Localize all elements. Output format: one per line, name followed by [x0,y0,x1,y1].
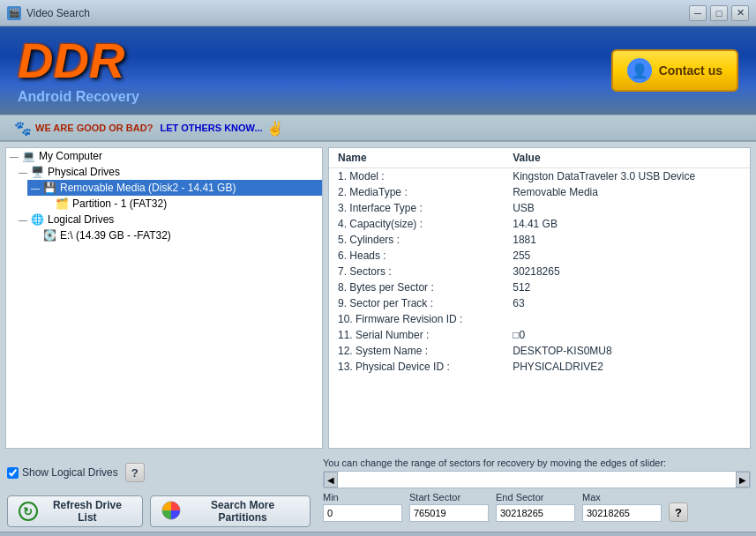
physical-drives-icon: 🖥️ [31,166,44,178]
table-row: 2. MediaType : Removable Media [329,184,750,200]
tree-logical-drive-item[interactable]: 💽 E:\ (14.39 GB - -FAT32) [40,227,322,243]
end-sector-field: End Sector [496,492,575,522]
table-row: 6. Heads : 255 [329,248,750,264]
prop-name: 13. Physical Device ID : [329,359,504,375]
end-sector-input[interactable] [496,504,575,522]
prop-value: PHYSICALDRIVE2 [504,359,750,375]
prop-value: USB [504,200,750,216]
prop-value: 512 [504,279,750,295]
search-partitions-button[interactable]: Search More Partitions [150,495,311,527]
start-sector-input[interactable] [409,504,489,522]
drive-tree-panel: — 💻 My Computer — 🖥️ Physical Drives — 💾… [5,147,323,449]
prop-value [504,311,750,327]
contact-icon: 👤 [627,58,652,83]
properties-panel: Name Value 1. Model : Kingston DataTrave… [328,147,751,449]
banner-text-2: LET OTHERS KNOW... [160,123,262,133]
table-row: 4. Capacity(size) : 14.41 GB [329,216,750,232]
contact-button[interactable]: 👤 Contact us [611,49,738,92]
prop-value: Removable Media [504,184,750,200]
slider-help-button[interactable]: ? [669,502,688,522]
banner-left-icon: 🐾 [14,120,32,137]
computer-icon: 💻 [22,150,35,162]
app-icon: 🎬 [7,6,21,20]
table-row: 1. Model : Kingston DataTraveler 3.0 USB… [329,168,750,185]
slider-left-arrow[interactable]: ◀ [324,472,338,488]
slider-fields: Min Start Sector End Sector Max ? [323,492,751,522]
slider-description: You can change the range of sectors for … [323,458,751,468]
prop-name: 1. Model : [329,168,504,185]
prop-name: 9. Sector per Track : [329,295,504,311]
prop-value: 1881 [504,232,750,248]
close-button[interactable]: ✕ [731,5,749,21]
window-title: Video Search [26,7,689,19]
prop-name: 4. Capacity(size) : [329,216,504,232]
help-button[interactable]: ? [125,463,145,482]
prop-name: 10. Firmware Revision ID : [329,311,504,327]
tree-selected-drive[interactable]: — 💾 Removable Media (Disk2 - 14.41 GB) [27,180,322,196]
max-label: Max [582,492,662,502]
slider-right-arrow[interactable]: ▶ [736,472,750,488]
min-input[interactable] [323,504,402,522]
expand-icon-ld: — [19,215,27,225]
prop-name: 6. Heads : [329,248,504,264]
table-row: 7. Sectors : 30218265 [329,264,750,279]
prop-value: DESKTOP-KIS0MU8 [504,343,750,359]
refresh-drive-button[interactable]: ↻ Refresh Drive List [7,495,143,527]
logo-text: DDR [18,36,139,86]
window-controls: ─ □ ✕ [689,5,749,21]
prop-name: 12. System Name : [329,343,504,359]
prop-name: 3. Interface Type : [329,200,504,216]
banner-bar: 🐾 WE ARE GOOD OR BAD? LET OTHERS KNOW...… [0,115,756,141]
partition-icon: 🗂️ [56,197,69,210]
bottom-right-slider: You can change the range of sectors for … [318,454,756,532]
pie-chart-icon [161,501,181,523]
show-logical-checkbox[interactable] [7,467,19,479]
bottom-left-controls: Show Logical Drives ? ↻ Refresh Drive Li… [0,454,318,532]
maximize-button[interactable]: □ [710,5,728,21]
end-sector-label: End Sector [496,492,575,502]
prop-name: 11. Serial Number : [329,327,504,343]
min-field: Min [323,492,402,522]
table-row: 11. Serial Number : □0 [329,327,750,343]
logical-drive-icon: 💽 [43,229,56,242]
prop-name: 5. Cylinders : [329,232,504,248]
prop-name: 2. MediaType : [329,184,504,200]
table-row: 13. Physical Device ID : PHYSICALDRIVE2 [329,359,750,375]
prop-value: □0 [504,327,750,343]
table-row: 12. System Name : DESKTOP-KIS0MU8 [329,343,750,359]
tree-physical-drives[interactable]: — 🖥️ Physical Drives [15,164,322,180]
tree-root[interactable]: — 💻 My Computer [6,148,322,164]
slider-track[interactable]: ◀ ▶ [323,471,751,488]
main-content: — 💻 My Computer — 🖥️ Physical Drives — 💾… [0,141,756,454]
table-row: 5. Cylinders : 1881 [329,232,750,248]
prop-name: 8. Bytes per Sector : [329,279,504,295]
table-row: 10. Firmware Revision ID : [329,311,750,327]
prop-value: 255 [504,248,750,264]
properties-table: Name Value 1. Model : Kingston DataTrave… [329,148,750,375]
status-bar: i Select the Drive (from which you want … [0,532,756,536]
show-logical-label[interactable]: Show Logical Drives [7,466,118,479]
removable-drive-icon: 💾 [43,182,56,194]
logical-drives-icon: 🌐 [31,213,44,226]
min-label: Min [323,492,402,502]
table-row: 3. Interface Type : USB [329,200,750,216]
expand-icon-pd: — [19,168,27,177]
prop-value: 30218265 [504,264,750,279]
expand-icon: — [10,152,19,161]
table-row: 9. Sector per Track : 63 [329,295,750,311]
header-branding: DDR Android Recovery [18,36,139,105]
tree-logical-drives[interactable]: — 🌐 Logical Drives [15,212,322,227]
max-input[interactable] [582,504,662,522]
tree-partition[interactable]: 🗂️ Partition - 1 (FAT32) [52,196,322,212]
start-sector-field: Start Sector [409,492,489,522]
refresh-icon: ↻ [19,502,38,521]
col-value-header: Value [504,148,750,168]
minimize-button[interactable]: ─ [689,5,707,21]
show-logical-row: Show Logical Drives ? [0,454,318,491]
expand-icon-rm: — [31,183,40,193]
banner-right-icon: ✌️ [266,120,284,137]
slider-fill [338,472,736,488]
max-field: Max [582,492,662,522]
table-row: 8. Bytes per Sector : 512 [329,279,750,295]
app-subtitle: Android Recovery [18,89,139,105]
